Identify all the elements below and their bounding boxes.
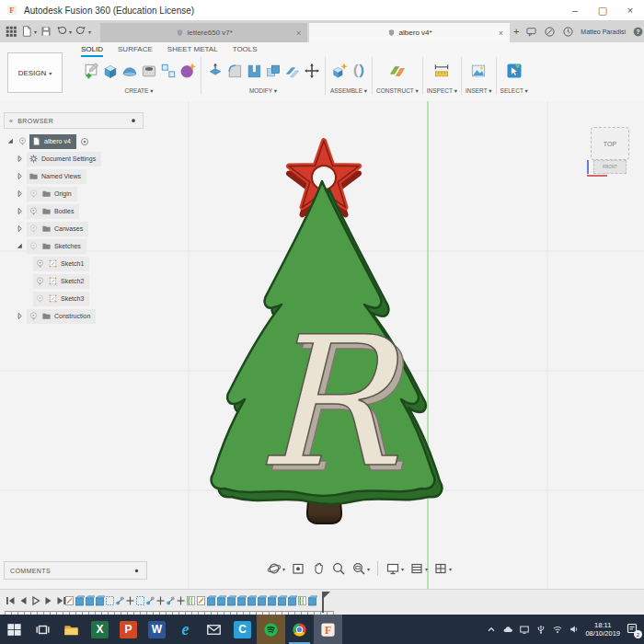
- timeline-feature-form-23[interactable]: [297, 593, 307, 608]
- pattern-button[interactable]: [158, 58, 178, 84]
- redo-button[interactable]: ▾: [75, 25, 91, 38]
- ribbon-tab-tools[interactable]: TOOLS: [233, 45, 258, 57]
- group-label-insert[interactable]: INSERT ▾: [466, 87, 492, 95]
- action-center-icon[interactable]: 2: [626, 622, 640, 637]
- browser-item-bodies[interactable]: Bodies: [4, 202, 144, 220]
- taskbar-chrome[interactable]: [285, 615, 314, 644]
- fillet-button[interactable]: [224, 58, 244, 84]
- cloud-icon[interactable]: [502, 624, 513, 635]
- pan-button[interactable]: [308, 561, 328, 576]
- visibility-eye-icon[interactable]: [35, 293, 45, 304]
- form-button[interactable]: [178, 58, 197, 84]
- orbit-button[interactable]: ▾: [264, 561, 288, 576]
- ribbon-tab-surface[interactable]: SURFACE: [118, 45, 153, 57]
- visibility-eye-icon[interactable]: [29, 206, 39, 216]
- move-button[interactable]: [302, 58, 321, 84]
- expand-arrow-icon[interactable]: [15, 224, 25, 234]
- new-component-button[interactable]: [329, 58, 349, 84]
- group-label-create[interactable]: CREATE ▾: [125, 87, 154, 95]
- browser-item-construction[interactable]: Construction: [4, 307, 144, 325]
- create-sketch-button[interactable]: [81, 58, 100, 84]
- viewport-canvas[interactable]: R R « BROWSER albero v4 Document Setting…: [0, 101, 644, 589]
- expand-arrow-icon[interactable]: [15, 206, 25, 216]
- viewcube-front-face[interactable]: FRONT: [593, 160, 627, 174]
- maximize-button[interactable]: ▢: [589, 0, 616, 20]
- timeline-feature-extrude-22[interactable]: [287, 593, 297, 608]
- combine-button[interactable]: [263, 58, 282, 84]
- taskbar-word[interactable]: W: [143, 615, 171, 644]
- screen-icon[interactable]: [519, 624, 530, 635]
- construction-planes-button[interactable]: [387, 58, 407, 84]
- look-at-button[interactable]: [288, 561, 308, 576]
- notification-clock-icon[interactable]: [562, 26, 574, 38]
- hole-button[interactable]: [139, 58, 158, 84]
- browser-item-sketch1[interactable]: Sketch1: [4, 255, 144, 272]
- joint-button[interactable]: [349, 58, 368, 84]
- group-label-select[interactable]: SELECT ▾: [500, 87, 528, 95]
- browser-item-document-settings[interactable]: Document Settings: [4, 150, 144, 167]
- activate-component-radio[interactable]: [79, 136, 90, 147]
- group-label-modify[interactable]: MODIFY ▾: [249, 87, 277, 95]
- undo-button[interactable]: ▾: [55, 25, 72, 38]
- taskbar-file-explorer[interactable]: [57, 615, 86, 644]
- volume-icon[interactable]: [569, 624, 580, 635]
- browser-item-canvases[interactable]: Canvases: [4, 220, 144, 237]
- timeline-feature-joint-10[interactable]: [166, 593, 176, 608]
- insert-image-button[interactable]: [469, 58, 489, 84]
- offset-face-button[interactable]: [282, 58, 302, 84]
- timeline-feature-joint-8[interactable]: [145, 593, 155, 608]
- timeline-playhead[interactable]: [322, 592, 329, 614]
- tray-clock[interactable]: 18:11 08/10/2019: [585, 621, 620, 638]
- usb-icon[interactable]: [535, 624, 546, 635]
- minimize-button[interactable]: –: [561, 0, 589, 20]
- browser-item-sketches[interactable]: Sketches: [4, 237, 144, 255]
- visibility-eye-icon[interactable]: [35, 259, 45, 269]
- file-new-button[interactable]: ▾: [20, 25, 37, 38]
- browser-header[interactable]: « BROWSER: [4, 112, 144, 129]
- browser-item-albero-v4[interactable]: albero v4: [4, 132, 144, 150]
- design-workspace-dropdown[interactable]: DESIGN ▾: [7, 52, 63, 93]
- expand-arrow-icon[interactable]: [15, 311, 25, 321]
- timeline-feature-move-9[interactable]: [155, 593, 166, 608]
- job-status-icon[interactable]: [544, 26, 556, 38]
- visibility-eye-icon[interactable]: [29, 311, 39, 321]
- fit-button[interactable]: ▾: [349, 561, 373, 576]
- play-button[interactable]: [30, 594, 41, 611]
- view-cube[interactable]: TOP FRONT: [585, 127, 633, 180]
- timeline-feature-extrude-21[interactable]: [277, 593, 287, 608]
- taskbar-start[interactable]: [0, 615, 29, 644]
- group-label-assemble[interactable]: ASSEMBLE ▾: [330, 87, 367, 95]
- timeline-feature-pattern-4[interactable]: [105, 593, 115, 608]
- timeline-feature-extrude-3[interactable]: [95, 593, 105, 608]
- close-tab-icon[interactable]: ×: [296, 29, 301, 38]
- select-button[interactable]: [504, 58, 523, 84]
- timeline-feature-extrude-17[interactable]: [236, 593, 247, 608]
- taskbar-c-app[interactable]: C: [228, 615, 257, 644]
- new-tab-button[interactable]: +: [513, 26, 519, 37]
- viewports-button[interactable]: ▾: [431, 561, 454, 576]
- browser-item-sketch3[interactable]: Sketch3: [4, 290, 144, 307]
- expand-arrow-icon[interactable]: [15, 171, 25, 181]
- timeline-feature-move-6[interactable]: [125, 593, 135, 608]
- browser-item-origin[interactable]: Origin: [4, 185, 144, 202]
- close-tab-icon[interactable]: ×: [499, 29, 503, 38]
- comments-bar[interactable]: COMMENTS: [4, 561, 147, 580]
- comment-icon[interactable]: [525, 26, 537, 38]
- help-icon[interactable]: [632, 26, 644, 38]
- taskbar-task-view[interactable]: [29, 615, 57, 644]
- timeline-feature-extrude-16[interactable]: [226, 593, 236, 608]
- wifi-icon[interactable]: [552, 624, 563, 635]
- taskbar-mail[interactable]: [200, 615, 228, 644]
- timeline-feature-extrude-1[interactable]: [75, 593, 85, 608]
- measure-button[interactable]: [432, 58, 452, 84]
- collapse-panel-icon[interactable]: «: [9, 118, 13, 124]
- timeline-feature-extrude-15[interactable]: [216, 593, 226, 608]
- taskbar-excel[interactable]: X: [86, 615, 114, 644]
- document-tab-lettere650[interactable]: lettere650 v7* ×: [100, 23, 307, 42]
- timeline-feature-pattern-7[interactable]: [135, 593, 145, 608]
- expand-arrow-icon[interactable]: [15, 154, 25, 164]
- visibility-eye-icon[interactable]: [29, 189, 39, 199]
- grid-settings-button[interactable]: ▾: [407, 561, 431, 576]
- timeline-feature-extrude-24[interactable]: [307, 593, 317, 608]
- visibility-eye-icon[interactable]: [17, 136, 28, 146]
